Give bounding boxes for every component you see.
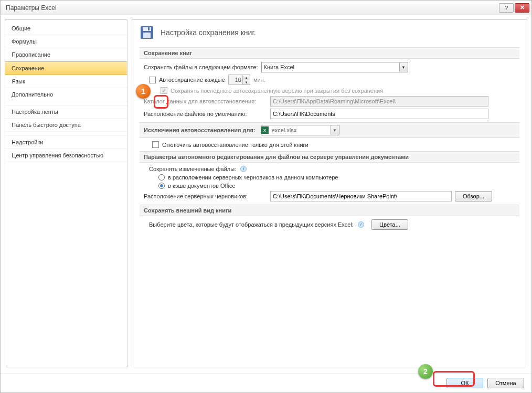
sidebar-item-general[interactable]: Общие — [5, 22, 127, 35]
save-checked-out-label: Сохранять извлеченные файлы: — [149, 166, 236, 172]
default-path-label: Расположение файлов по умолчанию: — [144, 111, 267, 117]
section-offline-editing: Параметры автономного редактирования для… — [140, 151, 519, 163]
autosave-label: Автосохранение каждые — [159, 77, 225, 83]
autorecover-path-input — [270, 96, 488, 107]
info-icon[interactable]: i — [358, 221, 364, 228]
titlebar: Параметры Excel ? ✕ — [1, 1, 531, 15]
svg-rect-3 — [148, 27, 150, 30]
help-button[interactable]: ? — [499, 3, 514, 13]
disable-autorecover-checkbox[interactable] — [152, 141, 159, 148]
default-path-input[interactable] — [270, 109, 488, 119]
drafts-path-label: Расположение серверных черновиков: — [144, 193, 267, 199]
sidebar-item-language[interactable]: Язык — [5, 75, 127, 88]
ok-button[interactable]: ОК — [446, 378, 483, 388]
browse-button[interactable]: Обзор... — [455, 191, 492, 201]
panel-title: Настройка сохранения книг. — [161, 28, 256, 37]
save-icon — [140, 25, 154, 40]
dialog-footer: ОК Отмена — [1, 373, 531, 392]
drafts-path-input[interactable] — [270, 191, 452, 201]
spinner-down-icon[interactable]: ▼ — [243, 80, 250, 84]
section-save-workbooks: Сохранение книг — [140, 47, 519, 59]
sidebar-item-save[interactable]: Сохранение — [5, 61, 127, 75]
callout-2: 2 — [418, 364, 433, 379]
section-autorecover-exceptions: Исключения автовосстановления для: X exc… — [140, 122, 519, 138]
radio-server-drafts[interactable] — [158, 174, 165, 180]
svg-rect-2 — [143, 33, 151, 38]
save-format-label: Сохранять файлы в следующем формате: — [144, 64, 258, 70]
sidebar-item-proofing[interactable]: Правописание — [5, 48, 127, 61]
sidebar-item-qat[interactable]: Панель быстрого доступа — [5, 119, 127, 132]
sidebar-item-advanced[interactable]: Дополнительно — [5, 88, 127, 101]
radio-office-cache[interactable] — [158, 183, 165, 189]
disable-autorecover-label: Отключить автовосстановление только для … — [162, 142, 308, 148]
excel-file-icon: X — [261, 126, 269, 134]
sidebar-item-formulas[interactable]: Формулы — [5, 35, 127, 48]
radio-server-drafts-label: в расположении серверных черновиков на д… — [168, 174, 338, 180]
sidebar-item-trust-center[interactable]: Центр управления безопасностью — [5, 149, 127, 162]
spinner-up-icon[interactable]: ▲ — [243, 75, 250, 80]
options-panel: Настройка сохранения книг. Сохранение кн… — [132, 19, 527, 367]
chevron-down-icon: ▼ — [331, 125, 339, 135]
excel-options-window: Параметры Excel ? ✕ Общие Формулы Правоп… — [0, 0, 532, 393]
keep-last-checkbox: ✔ — [161, 87, 167, 94]
sidebar-item-ribbon[interactable]: Настройка ленты — [5, 105, 127, 119]
autosave-minutes-spinner[interactable]: ▲▼ — [228, 75, 250, 85]
autosave-checkbox[interactable] — [149, 77, 156, 83]
cancel-button[interactable]: Отмена — [487, 378, 524, 388]
category-sidebar: Общие Формулы Правописание Сохранение Яз… — [5, 19, 127, 367]
save-format-combo[interactable]: Книга Excel ▼ — [261, 62, 408, 72]
autorecover-path-label: Каталог данных для автовосстановления: — [144, 98, 267, 104]
svg-rect-1 — [143, 27, 151, 31]
sidebar-item-addins[interactable]: Надстройки — [5, 136, 127, 149]
radio-office-cache-label: в кэше документов Office — [168, 183, 236, 189]
chevron-down-icon: ▼ — [399, 62, 408, 72]
keep-last-label: Сохранять последнюю автосохраненную верс… — [171, 88, 383, 94]
callout-1: 1 — [136, 84, 151, 99]
section-preserve-look: Сохранять внешний вид книги — [140, 205, 519, 216]
window-title: Параметры Excel — [6, 4, 499, 12]
colors-prompt-label: Выберите цвета, которые будут отображать… — [149, 221, 354, 228]
colors-button[interactable]: Цвета... — [371, 219, 408, 230]
close-button[interactable]: ✕ — [515, 3, 529, 13]
info-icon[interactable]: i — [240, 166, 247, 172]
exception-file-combo[interactable]: X excel.xlsx ▼ — [261, 125, 339, 135]
minutes-label: мин. — [253, 77, 265, 83]
